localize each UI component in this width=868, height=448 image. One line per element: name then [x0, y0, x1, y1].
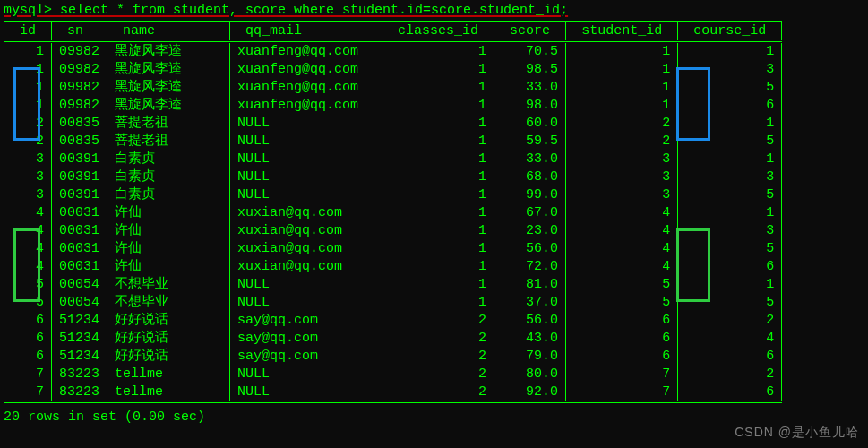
cell-id: 3	[4, 186, 52, 204]
table-header-row: id sn name qq_mail classes_id score stud…	[4, 22, 782, 40]
cell-score: 72.0	[494, 258, 566, 276]
cell-id: 2	[4, 115, 52, 133]
cell-student_id: 3	[566, 186, 678, 204]
cell-sn: 00391	[52, 186, 107, 204]
cell-name: 黑旋风李逵	[107, 61, 230, 79]
cell-sn: 51234	[52, 348, 107, 366]
cell-qq_mail: xuanfeng@qq.com	[230, 79, 382, 97]
cell-sn: 00031	[52, 258, 107, 276]
cell-qq_mail: say@qq.com	[230, 330, 382, 348]
cell-score: 81.0	[494, 276, 566, 294]
cell-sn: 00054	[52, 294, 107, 312]
cell-student_id: 3	[566, 168, 678, 186]
cell-qq_mail: xuxian@qq.com	[230, 240, 382, 258]
cell-student_id: 6	[566, 312, 678, 330]
table-row: 200835菩提老祖 NULL 1 59.5 2 5	[4, 133, 782, 151]
cell-course_id: 6	[678, 97, 782, 115]
cell-classes_id: 1	[382, 43, 494, 61]
cell-name: 不想毕业	[107, 276, 230, 294]
cell-score: 92.0	[494, 383, 566, 401]
cell-qq_mail: NULL	[230, 186, 382, 204]
cell-classes_id: 1	[382, 258, 494, 276]
cell-course_id: 1	[678, 115, 782, 133]
cell-qq_mail: NULL	[230, 168, 382, 186]
cell-id: 5	[4, 276, 52, 294]
cell-name: 许仙	[107, 240, 230, 258]
cell-qq_mail: xuanfeng@qq.com	[230, 43, 382, 61]
cell-score: 98.5	[494, 61, 566, 79]
cell-student_id: 5	[566, 276, 678, 294]
table-row: 300391白素贞 NULL 1 68.0 3 3	[4, 168, 782, 186]
row-count-footer: 20 rows in set (0.00 sec)	[4, 409, 864, 425]
cell-course_id: 1	[678, 276, 782, 294]
column-header: course_id	[678, 22, 782, 40]
cell-sn: 00054	[52, 276, 107, 294]
cell-classes_id: 1	[382, 115, 494, 133]
cell-course_id: 2	[678, 312, 782, 330]
cell-id: 4	[4, 222, 52, 240]
cell-score: 68.0	[494, 168, 566, 186]
cell-id: 5	[4, 294, 52, 312]
cell-score: 33.0	[494, 79, 566, 97]
cell-sn: 00391	[52, 151, 107, 168]
cell-student_id: 7	[566, 383, 678, 401]
cell-score: 70.5	[494, 43, 566, 61]
cell-student_id: 1	[566, 97, 678, 115]
cell-name: 不想毕业	[107, 294, 230, 312]
cell-qq_mail: say@qq.com	[230, 348, 382, 366]
cell-qq_mail: NULL	[230, 366, 382, 383]
cell-course_id: 4	[678, 330, 782, 348]
cell-sn: 00835	[52, 133, 107, 151]
column-header: id	[4, 22, 52, 40]
cell-classes_id: 1	[382, 240, 494, 258]
cell-course_id: 3	[678, 61, 782, 79]
cell-qq_mail: xuxian@qq.com	[230, 222, 382, 240]
cell-sn: 00031	[52, 204, 107, 222]
cell-classes_id: 1	[382, 133, 494, 151]
cell-classes_id: 2	[382, 330, 494, 348]
cell-id: 7	[4, 383, 52, 401]
cell-score: 56.0	[494, 240, 566, 258]
cell-score: 59.5	[494, 133, 566, 151]
cell-score: 56.0	[494, 312, 566, 330]
cell-student_id: 4	[566, 258, 678, 276]
cell-classes_id: 1	[382, 294, 494, 312]
cell-student_id: 6	[566, 330, 678, 348]
cell-score: 60.0	[494, 115, 566, 133]
table-row: 783223tellme NULL 2 80.0 7 2	[4, 366, 782, 383]
table-row: 109982黑旋风李逵 xuanfeng@qq.com 1 33.0 1 5	[4, 79, 782, 97]
column-header: name	[107, 22, 230, 40]
cell-qq_mail: NULL	[230, 383, 382, 401]
cell-classes_id: 1	[382, 151, 494, 168]
cell-course_id: 5	[678, 186, 782, 204]
cell-id: 6	[4, 348, 52, 366]
column-header: student_id	[566, 22, 678, 40]
cell-qq_mail: xuxian@qq.com	[230, 258, 382, 276]
cell-course_id: 3	[678, 168, 782, 186]
result-table: id sn name qq_mail classes_id score stud…	[4, 20, 782, 404]
cell-classes_id: 1	[382, 97, 494, 115]
cell-sn: 00031	[52, 240, 107, 258]
cell-name: 好好说话	[107, 348, 230, 366]
cell-classes_id: 1	[382, 61, 494, 79]
cell-course_id: 5	[678, 133, 782, 151]
cell-student_id: 4	[566, 204, 678, 222]
table-row: 109982黑旋风李逵 xuanfeng@qq.com 1 98.5 1 3	[4, 61, 782, 79]
cell-name: tellme	[107, 383, 230, 401]
cell-qq_mail: xuanfeng@qq.com	[230, 61, 382, 79]
table-row: 500054不想毕业 NULL 1 37.0 5 5	[4, 294, 782, 312]
cell-score: 67.0	[494, 204, 566, 222]
cell-qq_mail: NULL	[230, 133, 382, 151]
cell-name: 好好说话	[107, 330, 230, 348]
cell-name: 菩提老祖	[107, 115, 230, 133]
cell-student_id: 6	[566, 348, 678, 366]
cell-score: 98.0	[494, 97, 566, 115]
cell-sn: 09982	[52, 61, 107, 79]
cell-qq_mail: xuxian@qq.com	[230, 204, 382, 222]
column-header: qq_mail	[230, 22, 382, 40]
cell-qq_mail: NULL	[230, 115, 382, 133]
table-row: 651234好好说话 say@qq.com 2 56.0 6 2	[4, 312, 782, 330]
cell-course_id: 1	[678, 204, 782, 222]
cell-classes_id: 2	[382, 312, 494, 330]
cell-name: 黑旋风李逵	[107, 43, 230, 61]
